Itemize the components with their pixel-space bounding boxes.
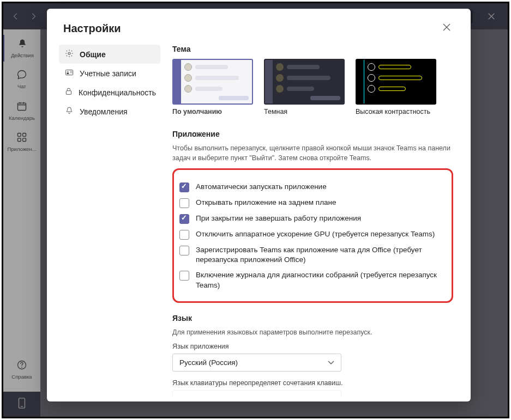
close-icon	[442, 23, 451, 34]
theme-thumbnail	[172, 59, 253, 105]
theme-label: По умолчанию	[172, 108, 253, 115]
rail-label: Приложен...	[7, 147, 36, 152]
option-open-background[interactable]: Открывать приложение на заднем плане	[179, 198, 444, 208]
language-section: Язык Для применения языковых параметров …	[172, 314, 453, 396]
theme-section: Тема	[172, 45, 453, 115]
checkbox[interactable]	[179, 198, 189, 208]
svg-rect-7	[23, 138, 26, 142]
application-heading: Приложение	[172, 130, 453, 138]
svg-rect-13	[65, 70, 73, 75]
window-close-button[interactable]	[479, 8, 503, 25]
option-register-office-chat[interactable]: Зарегистрировать Teams как приложение ча…	[179, 245, 444, 265]
option-label: Отключить аппаратное ускорение GPU (треб…	[196, 229, 435, 239]
app-language-label: Язык приложения	[172, 343, 453, 350]
option-label: Включение журнала для диагностики собран…	[196, 270, 444, 290]
modal-title: Настройки	[63, 22, 121, 35]
checkbox[interactable]	[179, 271, 189, 281]
gear-icon	[64, 49, 74, 59]
keyboard-language-label: Язык клавиатуры переопределяет сочетания…	[172, 379, 453, 387]
id-card-icon	[64, 68, 74, 78]
theme-thumbnail	[356, 59, 436, 105]
svg-point-9	[21, 367, 22, 368]
nav-notifications[interactable]: Уведомления	[59, 102, 160, 121]
keyboard-language-select[interactable]: English (United States)	[172, 390, 341, 396]
rail-label: Действия	[11, 53, 34, 58]
chat-icon	[16, 69, 27, 83]
theme-high-contrast[interactable]: Высокая контрастность	[356, 59, 436, 115]
nav-privacy[interactable]: Конфиденциальность	[59, 83, 160, 102]
modal-close-button[interactable]	[439, 21, 454, 36]
forward-button[interactable]	[25, 8, 41, 25]
highlighted-options-box: Автоматически запускать приложение Откры…	[172, 168, 453, 303]
nav-label: Учетные записи	[80, 69, 136, 78]
checkbox[interactable]	[179, 246, 189, 255]
bell-icon	[17, 38, 28, 52]
option-disable-gpu[interactable]: Отключить аппаратное ускорение GPU (треб…	[179, 229, 444, 240]
theme-label: Высокая контрастность	[356, 108, 436, 115]
svg-rect-4	[18, 133, 21, 137]
language-heading: Язык	[172, 314, 453, 322]
rail-label: Справка	[11, 374, 32, 380]
rail-label: Календарь	[9, 115, 35, 121]
apps-icon	[16, 132, 27, 145]
select-value: Русский (Россия)	[179, 358, 238, 367]
option-meeting-diagnostics-log[interactable]: Включение журнала для диагностики собран…	[179, 270, 444, 290]
rail-calendar[interactable]: Календарь	[3, 98, 40, 124]
rail-apps[interactable]: Приложен...	[3, 129, 40, 155]
theme-heading: Тема	[172, 45, 453, 53]
settings-modal: Настройки Общие Учетны	[47, 9, 471, 401]
checkbox[interactable]	[179, 214, 189, 224]
help-icon	[16, 360, 27, 373]
bell-outline-icon	[64, 106, 74, 117]
rail-mobile-button[interactable]	[3, 392, 40, 417]
svg-rect-11	[21, 406, 23, 406]
rail-help[interactable]: Справка	[3, 356, 40, 383]
app-rail: Действия Чат Календарь Приложен...	[3, 29, 40, 417]
svg-rect-6	[18, 138, 21, 142]
checkbox[interactable]	[179, 230, 189, 240]
nav-label: Уведомления	[80, 107, 128, 116]
calendar-icon	[16, 101, 27, 114]
theme-label: Темная	[264, 108, 345, 115]
option-label: Зарегистрировать Teams как приложение ча…	[196, 245, 444, 265]
option-label: Автоматически запускать приложение	[196, 182, 327, 192]
back-button[interactable]	[8, 8, 24, 25]
nav-label: Общие	[80, 50, 106, 59]
svg-rect-3	[18, 103, 26, 110]
app-language-select[interactable]: Русский (Россия)	[172, 354, 341, 372]
theme-default[interactable]: По умолчанию	[172, 59, 253, 115]
lock-icon	[64, 87, 73, 98]
nav-label: Конфиденциальность	[79, 88, 156, 97]
svg-point-12	[68, 52, 70, 54]
nav-accounts[interactable]: Учетные записи	[59, 64, 160, 83]
svg-rect-15	[66, 91, 71, 95]
rail-activity[interactable]: Действия	[3, 35, 40, 62]
option-label: При закрытии не завершать работу приложе…	[196, 214, 361, 223]
select-value: English (United States)	[179, 395, 255, 396]
svg-rect-5	[23, 133, 26, 137]
svg-point-14	[67, 71, 69, 73]
option-keep-running-on-close[interactable]: При закрытии не завершать работу приложе…	[179, 214, 444, 224]
theme-dark[interactable]: Темная	[264, 59, 345, 115]
rail-label: Чат	[17, 84, 26, 89]
settings-content: Тема	[168, 45, 455, 396]
settings-nav: Общие Учетные записи Конфиденциальность	[59, 45, 168, 396]
application-description: Чтобы выполнить перезапуск, щелкните пра…	[172, 144, 453, 163]
chevron-down-icon	[328, 359, 334, 367]
option-label: Открывать приложение на заднем плане	[196, 198, 336, 208]
nav-general[interactable]: Общие	[59, 45, 160, 64]
option-auto-start[interactable]: Автоматически запускать приложение	[179, 182, 444, 192]
rail-chat[interactable]: Чат	[3, 66, 40, 93]
application-section: Приложение Чтобы выполнить перезапуск, щ…	[172, 130, 453, 303]
mobile-icon	[17, 397, 26, 412]
language-description: Для применения языковых параметров выпол…	[172, 328, 453, 338]
theme-thumbnail	[264, 59, 345, 105]
chevron-down-icon	[328, 395, 334, 396]
checkbox[interactable]	[179, 182, 189, 192]
